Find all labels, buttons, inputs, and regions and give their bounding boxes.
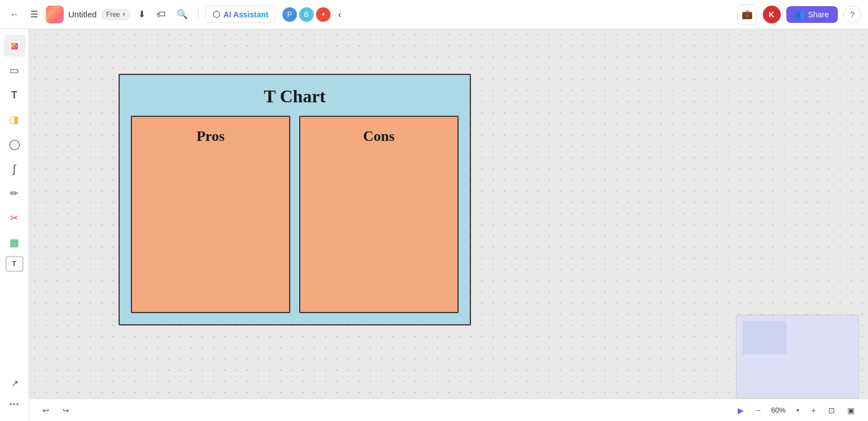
back-icon: ← [10,10,19,20]
download-icon: ⬇ [138,9,145,20]
sidebar-item-pen[interactable]: ∫ [3,158,26,180]
back-button[interactable]: ← [7,6,22,23]
table-icon: ▦ [10,236,19,249]
share-button[interactable]: 👥 Share [786,6,838,23]
chevron-down-icon: ▾ [122,11,125,17]
home-icon: ⊠ [11,41,18,51]
sticky-icon: ◨ [10,113,19,126]
minimap-preview [742,321,787,354]
ai-icon: ⬡ [213,9,220,20]
collab-icons: P B ✦ [282,7,331,22]
search-button[interactable]: 🔍 [173,6,191,23]
cons-label: Cons [363,128,394,145]
sidebar-more-button[interactable]: ••• [3,393,26,415]
zoom-out-icon: − [756,406,761,415]
briefcase-button[interactable]: 💼 [737,4,757,25]
fit-icon: ⊡ [828,406,835,415]
zoom-dropdown-button[interactable]: ▾ [792,405,804,415]
zoom-in-icon: + [812,406,816,415]
sidebar-item-draw[interactable]: ✏ [3,182,26,205]
document-title: Untitled [68,10,97,19]
menu-button[interactable]: ☰ [27,6,41,23]
sidebar-export-button[interactable]: ↗ [3,372,26,394]
export-icon: ↗ [11,378,18,389]
frame-icon: ▭ [10,64,19,77]
pen-icon: ∫ [13,163,16,176]
undo-button[interactable]: ↩ [38,404,54,417]
cons-column[interactable]: Cons [299,116,459,313]
search-icon: 🔍 [177,9,188,20]
main-area: ⊠ ▭ T ◨ ◯ ∫ ✏ ✂ ▦ T ••• [0,29,868,421]
sidebar-item-text[interactable]: T [3,84,26,106]
fit-screen-button[interactable]: ⊡ [824,404,839,417]
shapes-icon: ◯ [9,138,20,150]
top-toolbar: ← ☰ Untitled Free ▾ ⬇ 🏷 🔍 ⬡ AI Assistant… [0,0,868,29]
sidebar-item-frame[interactable]: ▭ [3,59,26,82]
zoom-out-button[interactable]: − [752,404,765,417]
cursor-mode-button[interactable]: ▶ [733,404,748,417]
sidebar-item-sticky[interactable]: ◨ [3,108,26,131]
app-logo [46,6,64,23]
share-icon: 👥 [795,10,805,19]
tag-button[interactable]: 🏷 [153,6,169,23]
sidebar-item-template[interactable]: T [6,256,23,272]
tchart-frame[interactable]: T Chart Pros Cons [119,74,471,325]
free-badge-button[interactable]: Free ▾ [101,9,130,20]
template-icon: T [12,260,16,268]
map-icon: ▣ [847,406,855,415]
share-label: Share [808,10,829,19]
zoom-in-button[interactable]: + [807,404,820,417]
scissors-icon: ✂ [10,212,18,224]
minimap[interactable] [736,315,859,399]
ai-label: AI Assistant [224,10,268,19]
zoom-chevron-icon: ▾ [796,407,799,413]
collab-user-b[interactable]: B [299,7,314,22]
more-icon: ••• [10,400,20,409]
help-icon: ? [850,10,855,19]
cursor-icon: ▶ [738,406,744,415]
pros-column[interactable]: Pros [131,116,290,313]
collab-user-c[interactable]: ✦ [316,7,331,22]
draw-icon: ✏ [10,187,18,200]
collab-user-p[interactable]: P [282,7,297,22]
user-avatar[interactable]: K [763,6,781,23]
menu-icon: ☰ [30,9,38,20]
briefcase-icon: 💼 [742,9,753,20]
tchart-title: T Chart [131,86,459,107]
toolbar-right: 💼 K 👥 Share ? [737,4,861,25]
canvas-area[interactable]: T Chart Pros Cons ↩ ↪ [29,29,868,421]
collapse-panel-button[interactable]: ‹ [335,6,345,23]
ai-assistant-button[interactable]: ⬡ AI Assistant [205,6,276,23]
redo-button[interactable]: ↪ [58,404,74,417]
left-sidebar: ⊠ ▭ T ◨ ◯ ∫ ✏ ✂ ▦ T ••• [0,29,29,421]
zoom-level: 60% [768,406,789,414]
tchart-columns: Pros Cons [131,116,459,313]
sidebar-item-home[interactable]: ⊠ [3,35,26,57]
text-icon: T [11,89,17,101]
sidebar-item-scissors[interactable]: ✂ [3,207,26,229]
sidebar-item-table[interactable]: ▦ [3,231,26,254]
undo-icon: ↩ [43,406,49,415]
pros-label: Pros [196,128,224,145]
help-button[interactable]: ? [843,6,861,23]
bottom-toolbar: ↩ ↪ ▶ − 60% ▾ + ⊡ [29,399,868,421]
download-button[interactable]: ⬇ [135,6,149,23]
map-toggle-button[interactable]: ▣ [843,404,859,417]
sidebar-item-shapes[interactable]: ◯ [3,133,26,155]
collapse-icon: ‹ [338,10,341,20]
redo-icon: ↪ [63,406,69,415]
toolbar-divider [198,8,199,21]
tag-icon: 🏷 [157,10,166,20]
